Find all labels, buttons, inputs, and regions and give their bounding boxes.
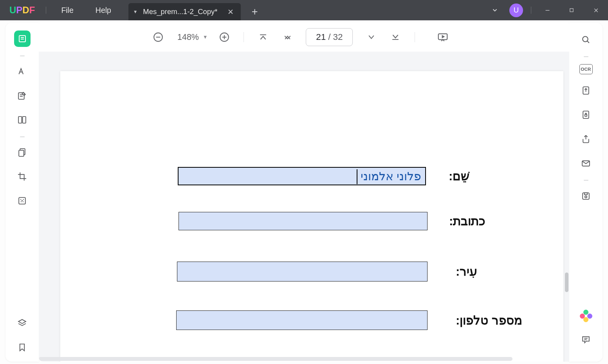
sidebar-divider (18, 56, 27, 56)
window-close-button[interactable] (584, 0, 608, 20)
horizontal-scroll-thumb[interactable] (39, 357, 512, 361)
city-label: עִיר: (456, 264, 477, 279)
ocr-button[interactable]: OCR (579, 64, 593, 74)
window-maximize-button[interactable] (559, 0, 584, 20)
edit-tool[interactable] (14, 87, 31, 104)
convert-button[interactable] (578, 82, 594, 99)
svg-rect-24 (585, 193, 587, 195)
first-page-button[interactable] (256, 30, 271, 45)
address-label: כתובת: (449, 214, 485, 228)
ai-assistant-button[interactable] (578, 308, 594, 324)
top-toolbar: 148% ▼ 21 / 32 (39, 23, 569, 52)
layers-button[interactable] (14, 315, 31, 331)
email-button[interactable] (578, 155, 594, 171)
user-avatar[interactable]: U (509, 4, 523, 17)
document-viewport[interactable]: פלוני אלמוני שֵׁם: כתובת: עִיר: (39, 52, 569, 362)
sidebar-divider (18, 136, 27, 137)
next-page-button[interactable] (364, 30, 379, 45)
svg-rect-11 (23, 117, 26, 123)
new-tab-button[interactable]: + (246, 3, 263, 20)
sidebar-divider (581, 56, 591, 57)
name-field-value: פלוני אלמוני (361, 169, 421, 183)
title-bar: UPDF File Help ▼ Mes_prem...1-2_Copy* ✕ … (0, 0, 608, 20)
separator (531, 7, 531, 14)
text-caret (357, 169, 357, 184)
page-separator: / (328, 32, 330, 42)
toolbar-separator (415, 32, 415, 42)
sidebar-divider (581, 180, 591, 181)
zoom-in-button[interactable] (217, 30, 232, 45)
menu-file[interactable]: File (50, 6, 84, 15)
svg-line-17 (587, 41, 589, 43)
vertical-scroll-thumb[interactable] (565, 273, 568, 292)
zoom-dropdown-icon[interactable]: ▼ (203, 34, 207, 40)
svg-rect-13 (19, 150, 23, 156)
window-minimize-button[interactable] (535, 0, 559, 20)
left-sidebar-bottom (5, 307, 39, 355)
name-label: שֵׁם: (449, 169, 469, 183)
present-button[interactable] (435, 30, 450, 45)
tab-strip: ▼ Mes_prem...1-2_Copy* ✕ + (128, 0, 263, 20)
address-field[interactable] (179, 212, 428, 230)
save-button[interactable] (578, 188, 594, 204)
name-field[interactable]: פלוני אלמוני (178, 167, 426, 185)
share-button[interactable] (578, 131, 594, 147)
zoom-level[interactable]: 148% ▼ (171, 32, 211, 42)
zoom-value: 148% (171, 32, 201, 42)
svg-rect-7 (18, 93, 24, 99)
chevron-down-icon[interactable] (484, 7, 505, 14)
comment-panel-button[interactable] (578, 331, 594, 348)
page-tools[interactable] (14, 144, 31, 160)
search-button[interactable] (578, 31, 594, 48)
tab-dropdown-icon[interactable]: ▼ (133, 9, 137, 14)
page-indicator[interactable]: 21 / 32 (306, 28, 353, 46)
reader-tool[interactable] (14, 30, 31, 47)
svg-rect-20 (585, 114, 587, 116)
phone-label: מספר טלפון: (456, 313, 522, 328)
vertical-scrollbar[interactable] (564, 52, 568, 354)
crop-tool[interactable] (14, 168, 31, 185)
horizontal-scrollbar[interactable] (39, 357, 563, 361)
ocr-label: OCR (581, 67, 591, 72)
svg-point-16 (583, 36, 588, 42)
current-page: 21 (316, 32, 326, 42)
separator (46, 7, 46, 14)
svg-rect-19 (583, 111, 589, 118)
app-body: OCR (0, 20, 608, 364)
prev-page-button[interactable] (280, 30, 295, 45)
window-controls: U (484, 0, 608, 20)
total-pages: 32 (333, 32, 343, 42)
right-sidebar: OCR (569, 23, 603, 362)
last-page-button[interactable] (388, 30, 403, 45)
document-tab[interactable]: ▼ Mes_prem...1-2_Copy* ✕ (128, 3, 241, 20)
menu-help[interactable]: Help (85, 6, 122, 15)
svg-point-23 (585, 195, 587, 197)
toolbar-separator (244, 32, 244, 42)
pdf-page: פלוני אלמוני שֵׁם: כתובת: עִיר: (60, 71, 563, 362)
svg-marker-15 (18, 319, 26, 323)
organize-tool[interactable] (14, 111, 31, 128)
protect-button[interactable] (578, 106, 594, 123)
svg-marker-35 (442, 36, 444, 38)
bookmark-button[interactable] (14, 339, 31, 355)
svg-rect-1 (570, 9, 573, 12)
city-field[interactable] (177, 262, 428, 282)
app-logo: UPDF (0, 5, 42, 16)
left-sidebar (5, 23, 39, 362)
ai-flower-icon (580, 310, 592, 322)
phone-field[interactable] (176, 310, 428, 330)
tab-title: Mes_prem...1-2_Copy* (143, 7, 217, 16)
close-tab-icon[interactable]: ✕ (227, 7, 234, 16)
zoom-out-button[interactable] (151, 30, 166, 45)
svg-rect-10 (18, 117, 22, 123)
comment-tool[interactable] (14, 63, 31, 79)
redact-tool[interactable] (14, 192, 31, 209)
right-sidebar-bottom (569, 308, 603, 355)
